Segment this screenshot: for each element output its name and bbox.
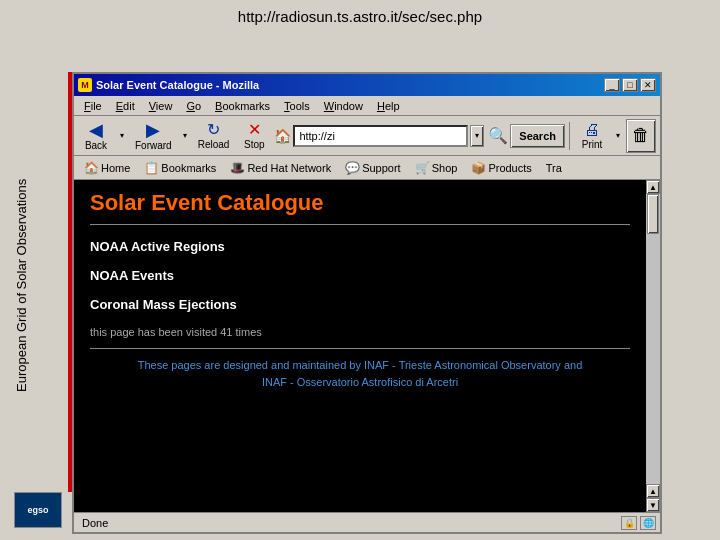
products-icon: 📦: [471, 161, 486, 175]
forward-label: Forward: [135, 140, 172, 151]
page-content: Solar Event Catalogue NOAA Active Region…: [74, 180, 646, 400]
reload-icon: ↻: [207, 122, 220, 138]
bm-home-label: Home: [101, 162, 130, 174]
menu-view[interactable]: View: [143, 98, 179, 114]
scroll-track[interactable]: [646, 194, 660, 484]
menu-go[interactable]: Go: [180, 98, 207, 114]
status-icon-1: 🔒: [621, 516, 637, 530]
bm-bookmarks[interactable]: 📋 Bookmarks: [138, 159, 222, 177]
status-bar: Done 🔒 🌐: [74, 512, 660, 532]
close-button[interactable]: ✕: [640, 78, 656, 92]
forward-icon: ▶: [146, 121, 160, 139]
toolbar-divider: [569, 122, 570, 150]
print-label: Print: [582, 139, 603, 150]
menu-bookmarks[interactable]: Bookmarks: [209, 98, 276, 114]
forward-dropdown[interactable]: ▾: [179, 119, 191, 153]
coronal-mass-ejections-link[interactable]: Coronal Mass Ejections: [90, 297, 630, 312]
noaa-active-regions-link[interactable]: NOAA Active Regions: [90, 239, 630, 254]
redhat-icon: 🎩: [230, 161, 245, 175]
browser-title: Solar Event Catalogue - Mozilla: [96, 79, 259, 91]
status-done: Done: [78, 517, 621, 529]
page-url-top: http://radiosun.ts.astro.it/sec/sec.php: [0, 0, 720, 31]
menu-help[interactable]: Help: [371, 98, 406, 114]
footer-text: These pages are designed and maintained …: [90, 357, 630, 390]
shop-icon: 🛒: [415, 161, 430, 175]
scrollbar: ▲ ▲ ▼: [646, 180, 660, 512]
home-icon: 🏠: [84, 161, 99, 175]
bm-home[interactable]: 🏠 Home: [78, 159, 136, 177]
browser-icon: M: [78, 78, 92, 92]
bottom-divider: [90, 348, 630, 349]
visit-count: this page has been visited 41 times: [90, 326, 630, 338]
status-icon-2: 🌐: [640, 516, 656, 530]
address-bar[interactable]: http://zi: [293, 125, 468, 147]
go-icon: 🏠: [274, 128, 291, 144]
bottom-logo: egso: [14, 492, 66, 532]
top-divider: [90, 224, 630, 225]
bookmarks-bar: 🏠 Home 📋 Bookmarks 🎩 Red Hat Network 💬 S…: [74, 156, 660, 180]
print-icon: 🖨: [584, 122, 600, 138]
bm-products-label: Products: [488, 162, 531, 174]
title-bar: M Solar Event Catalogue - Mozilla _ □ ✕: [74, 74, 660, 96]
window-controls: _ □ ✕: [604, 78, 656, 92]
back-dropdown[interactable]: ▾: [116, 119, 128, 153]
menu-edit[interactable]: Edit: [110, 98, 141, 114]
search-icon: 🔍: [486, 126, 510, 145]
scroll-down-button1[interactable]: ▲: [646, 484, 660, 498]
stop-icon: ✕: [248, 122, 261, 138]
menu-file[interactable]: File: [78, 98, 108, 114]
search-button[interactable]: Search: [510, 124, 565, 148]
print-button[interactable]: 🖨 Print: [574, 119, 610, 153]
scroll-up-button[interactable]: ▲: [646, 180, 660, 194]
bm-products[interactable]: 📦 Products: [465, 159, 537, 177]
bm-support-label: Support: [362, 162, 401, 174]
left-label: European Grid of Solar Observations: [14, 80, 29, 490]
logo-box: egso: [14, 492, 62, 528]
bm-tra-label: Tra: [546, 162, 562, 174]
maximize-button[interactable]: □: [622, 78, 638, 92]
title-bar-left: M Solar Event Catalogue - Mozilla: [78, 78, 259, 92]
menu-window[interactable]: Window: [318, 98, 369, 114]
bookmarks-icon: 📋: [144, 161, 159, 175]
bm-redhat-label: Red Hat Network: [247, 162, 331, 174]
scroll-thumb[interactable]: [647, 194, 659, 234]
scroll-down-button2[interactable]: ▼: [646, 498, 660, 512]
browser-window: M Solar Event Catalogue - Mozilla _ □ ✕ …: [72, 72, 662, 534]
support-icon: 💬: [345, 161, 360, 175]
page-title: Solar Event Catalogue: [90, 190, 630, 216]
trash-icon: 🗑: [626, 119, 656, 153]
footer-line1: These pages are designed and maintained …: [138, 359, 583, 371]
print-dropdown[interactable]: ▾: [612, 119, 624, 153]
bm-tra[interactable]: Tra: [540, 160, 568, 176]
footer-line2: INAF - Osservatorio Astrofisico di Arcet…: [262, 376, 458, 388]
bm-shop[interactable]: 🛒 Shop: [409, 159, 464, 177]
content-area: Solar Event Catalogue NOAA Active Region…: [74, 180, 646, 512]
address-value: http://zi: [299, 130, 334, 142]
bm-support[interactable]: 💬 Support: [339, 159, 407, 177]
navigation-toolbar: ◀ Back ▾ ▶ Forward ▾ ↻ Reload ✕ Stop 🏠: [74, 116, 660, 156]
back-icon: ◀: [89, 121, 103, 139]
reload-label: Reload: [198, 139, 230, 150]
stop-label: Stop: [244, 139, 265, 150]
status-icons: 🔒 🌐: [621, 516, 656, 530]
menu-tools[interactable]: Tools: [278, 98, 316, 114]
bm-shop-label: Shop: [432, 162, 458, 174]
menu-bar: File Edit View Go Bookmarks Tools Window…: [74, 96, 660, 116]
address-dropdown[interactable]: ▾: [470, 125, 484, 147]
slide-background: http://radiosun.ts.astro.it/sec/sec.php …: [0, 0, 720, 540]
noaa-events-link[interactable]: NOAA Events: [90, 268, 630, 283]
forward-button[interactable]: ▶ Forward: [130, 119, 177, 153]
reload-button[interactable]: ↻ Reload: [193, 119, 235, 153]
back-label: Back: [85, 140, 107, 151]
back-button[interactable]: ◀ Back: [78, 119, 114, 153]
logo-text: egso: [27, 505, 48, 516]
minimize-button[interactable]: _: [604, 78, 620, 92]
bm-redhat[interactable]: 🎩 Red Hat Network: [224, 159, 337, 177]
bm-bookmarks-label: Bookmarks: [161, 162, 216, 174]
stop-button[interactable]: ✕ Stop: [236, 119, 272, 153]
